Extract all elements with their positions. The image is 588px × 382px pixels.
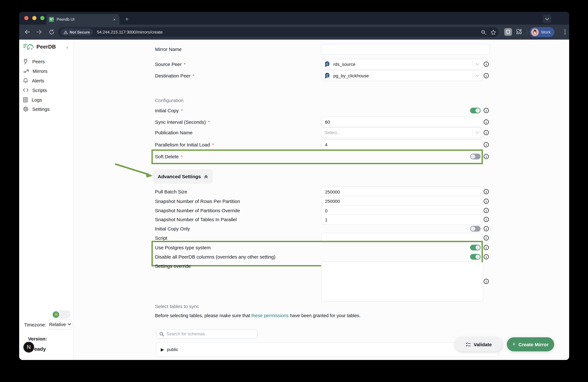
- info-icon[interactable]: [483, 108, 489, 113]
- theme-toggle[interactable]: [52, 310, 70, 319]
- snapshot-rows-input[interactable]: [321, 196, 483, 206]
- browser-window: Peerdb UI × + Not Secure: [19, 12, 569, 360]
- info-icon[interactable]: [483, 154, 489, 159]
- forward-button[interactable]: [36, 28, 43, 36]
- close-window-button[interactable]: [24, 16, 28, 20]
- new-tab-button[interactable]: +: [123, 15, 131, 23]
- reload-button[interactable]: [48, 28, 55, 36]
- tab-close-icon[interactable]: ×: [112, 17, 117, 22]
- schema-row-public[interactable]: ▶ public: [156, 342, 499, 357]
- mirror-name-label: Mirror Name: [155, 46, 182, 52]
- timezone-value: Relative: [49, 322, 66, 327]
- postgres-icon: [324, 61, 330, 67]
- disable-columns-label: Disable all PeerDB columns (overrides an…: [155, 254, 275, 260]
- logs-icon: [23, 97, 28, 102]
- info-icon[interactable]: [483, 235, 489, 241]
- snapshot-partitions-label: Snapshot Number of Partitions Override: [155, 208, 240, 213]
- tab-search-button[interactable]: [543, 15, 551, 23]
- initial-copy-only-toggle[interactable]: [470, 226, 481, 232]
- required-asterisk: *: [184, 62, 186, 67]
- browser-tab[interactable]: Peerdb UI ×: [46, 14, 120, 25]
- advanced-settings-button[interactable]: Advanced Settings: [153, 169, 213, 184]
- disable-columns-toggle[interactable]: [470, 254, 481, 260]
- profile-chip[interactable]: Work: [530, 27, 554, 37]
- publication-placeholder: Select...: [324, 130, 472, 135]
- info-icon[interactable]: [483, 245, 489, 250]
- info-icon[interactable]: [483, 61, 489, 67]
- use-postgres-label: Use Postgres type system: [155, 245, 210, 250]
- bookmark-star-icon[interactable]: [489, 28, 497, 36]
- nextjs-dev-badge[interactable]: N: [23, 342, 34, 353]
- security-label: Not Secure: [70, 30, 90, 34]
- chevron-down-icon[interactable]: [473, 131, 482, 134]
- snapshot-tables-input[interactable]: [321, 214, 483, 225]
- info-icon[interactable]: [483, 199, 489, 204]
- permissions-link[interactable]: these permissions: [251, 313, 289, 318]
- zoom-page-icon[interactable]: [480, 28, 487, 36]
- timezone-select[interactable]: Relative: [48, 319, 72, 329]
- required-asterisk: *: [208, 120, 210, 125]
- plus-icon: +: [512, 341, 516, 347]
- timezone-label: Timezone:: [24, 322, 46, 327]
- destination-peer-select[interactable]: pg_by_clickhouse: [321, 70, 483, 81]
- chevron-down-icon: [68, 323, 71, 325]
- security-chip[interactable]: Not Secure: [60, 28, 93, 36]
- plug-icon: [23, 59, 28, 64]
- address-bar[interactable]: Not Secure 54.244.215.117:3000/mirrors/c…: [58, 27, 499, 37]
- info-icon[interactable]: [483, 142, 489, 147]
- info-icon[interactable]: [483, 279, 489, 284]
- info-icon[interactable]: [483, 217, 489, 222]
- source-peer-value: rds_source: [333, 62, 472, 67]
- bell-icon: [23, 78, 28, 83]
- browser-toolbar: Not Secure 54.244.215.117:3000/mirrors/c…: [19, 25, 569, 40]
- soft-delete-toggle[interactable]: [470, 154, 481, 159]
- sidebar-item-alerts[interactable]: Alerts: [23, 77, 44, 84]
- browser-menu-icon[interactable]: [562, 28, 568, 36]
- sidebar-item-peers[interactable]: Peers: [23, 58, 45, 65]
- required-asterisk: *: [181, 108, 183, 113]
- postgres-icon: [324, 73, 330, 79]
- extensions-icon[interactable]: [516, 28, 522, 35]
- info-icon[interactable]: [483, 254, 489, 260]
- sidebar-item-label: Alerts: [32, 78, 44, 83]
- info-icon[interactable]: [483, 119, 489, 125]
- soft-delete-label: Soft Delete*: [155, 154, 183, 159]
- expand-triangle-icon[interactable]: ▶: [161, 347, 164, 352]
- sidebar-item-label: Settings: [32, 106, 49, 112]
- info-icon[interactable]: [483, 208, 489, 213]
- parallelism-input[interactable]: [321, 139, 483, 150]
- minimize-window-button[interactable]: [32, 16, 36, 20]
- back-button[interactable]: [24, 28, 31, 36]
- settings-override-textarea[interactable]: [321, 261, 483, 302]
- source-peer-select[interactable]: rds_source: [321, 59, 483, 70]
- sidebar-item-label: Peers: [32, 59, 45, 64]
- info-icon[interactable]: [483, 73, 489, 79]
- sync-interval-input[interactable]: [321, 117, 483, 127]
- toolbar-divider: [527, 29, 527, 35]
- sidebar-item-mirrors[interactable]: Mirrors: [23, 67, 47, 75]
- sidebar-item-logs[interactable]: Logs: [23, 96, 42, 103]
- info-icon[interactable]: [483, 189, 489, 194]
- chevron-down-icon[interactable]: [473, 63, 482, 65]
- sidebar-item-settings[interactable]: Settings: [23, 105, 49, 113]
- pull-batch-size-input[interactable]: [321, 186, 483, 197]
- chevron-down-icon[interactable]: [473, 74, 482, 77]
- required-asterisk: *: [212, 142, 214, 147]
- create-mirror-button[interactable]: + Create Mirror: [507, 337, 554, 351]
- use-postgres-toggle[interactable]: [470, 245, 481, 250]
- configuration-title: Configuration: [155, 98, 183, 103]
- maximize-window-button[interactable]: [40, 16, 44, 20]
- validate-button[interactable]: Validate: [455, 337, 502, 351]
- sidebar-item-scripts[interactable]: Scripts: [23, 86, 47, 94]
- info-icon[interactable]: [483, 130, 489, 135]
- info-icon[interactable]: [483, 226, 489, 231]
- publication-name-select[interactable]: Select...: [321, 127, 483, 138]
- create-mirror-label: Create Mirror: [519, 342, 548, 347]
- initial-copy-toggle[interactable]: [470, 108, 481, 113]
- sync-interval-label: Sync Interval (Seconds)*: [155, 119, 210, 125]
- password-extension-icon[interactable]: [504, 28, 512, 36]
- schema-search[interactable]: Search for schemas: [156, 329, 258, 339]
- ready-text: eady: [34, 346, 46, 352]
- sidebar-collapse-icon[interactable]: ‹: [66, 45, 68, 50]
- mirror-name-input[interactable]: [321, 44, 490, 55]
